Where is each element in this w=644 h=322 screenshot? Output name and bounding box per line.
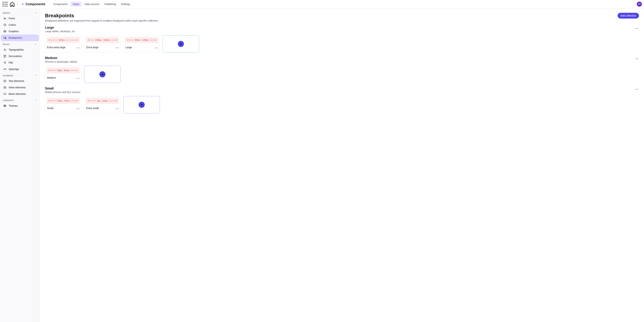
collection-small: SmallMobile phones and tiny screens576px… — [45, 86, 639, 114]
decorations-icon — [3, 54, 6, 58]
home-icon[interactable] — [9, 1, 15, 7]
card-footer: Small — [45, 105, 81, 112]
breakpoint-card[interactable]: 992px - 1199pxLarge — [124, 35, 160, 52]
breakpoint-name: Extra extra large — [47, 46, 66, 49]
card-list: 576px - 767pxSmall0px - 575pxExtra small — [45, 96, 639, 114]
card-footer: Extra small — [84, 105, 120, 112]
range-text: 992px - 1199px — [135, 39, 148, 41]
card-more-icon[interactable] — [116, 107, 118, 110]
collection-title: Large — [45, 26, 75, 30]
apps-icon[interactable] — [2, 1, 8, 7]
breakpoint-name: Small — [47, 107, 53, 110]
breakpoint-card[interactable]: 768px - 991pxMedium — [45, 66, 81, 83]
page-description: Breakpoint definitions are organized fro… — [45, 19, 158, 22]
sidebar-item-text-elements[interactable]: Text elements — [1, 78, 39, 84]
sidebar-item-label: Block elements — [9, 92, 26, 96]
collection-more-icon[interactable] — [635, 56, 639, 60]
collection-more-icon[interactable] — [635, 86, 639, 91]
fonts-icon — [3, 17, 6, 20]
sidebar-item-block-elements[interactable]: Block elements — [1, 91, 39, 97]
sidebar-section-basics[interactable]: BASICS — [1, 10, 39, 15]
tab-settings[interactable]: Settings — [119, 2, 132, 7]
collection-title: Medium — [45, 56, 77, 60]
sidebar-item-label: Typographies — [9, 48, 24, 51]
range-text: 0px - 575px — [97, 100, 108, 102]
sidebar-item-label: Graphics — [9, 30, 19, 33]
breakpoint-name: Medium — [47, 76, 56, 79]
text-elements-icon — [3, 80, 6, 82]
card-preview: 768px - 991px — [45, 66, 81, 75]
arrow-right-icon — [150, 40, 156, 40]
section-label: BASICS — [3, 12, 10, 14]
card-footer: Large — [124, 44, 160, 50]
range-text: 576px - 767px — [57, 100, 70, 102]
card-preview: 0px - 575px — [84, 96, 120, 105]
plus-icon — [99, 71, 106, 78]
arrow-left-icon — [48, 40, 57, 40]
sidebar-item-label: Fonts — [9, 17, 15, 20]
card-more-icon[interactable] — [155, 46, 158, 49]
collection-large: LargeLarge tables, desktops, tvs1401px -… — [45, 26, 639, 52]
typographies-icon — [3, 48, 6, 51]
sidebar-section-rules[interactable]: RULES — [1, 41, 39, 46]
add-breakpoint-button[interactable] — [163, 35, 199, 52]
tab-components[interactable]: Components — [51, 2, 70, 7]
card-preview: 576px - 767px — [45, 96, 81, 105]
card-more-icon[interactable] — [76, 76, 80, 79]
avatar[interactable]: TT — [637, 2, 642, 7]
card-preview: 1401px - ∞ — [45, 36, 81, 44]
range-text: 1200px - 1400px — [95, 39, 110, 41]
sidebar-item-themes[interactable]: Themes — [1, 103, 39, 109]
sidebar-item-breakpoints[interactable]: Breakpoints — [1, 35, 39, 41]
sidebar-item-decorations[interactable]: Decorations — [1, 53, 39, 59]
tab-publishing[interactable]: Publishing — [102, 2, 118, 7]
sidebar-item-inline-elements[interactable]: Inline elements — [1, 84, 39, 90]
breakpoint-card[interactable]: 1401px - ∞Extra extra large — [45, 35, 81, 52]
sidebar-section-concepts[interactable]: CONCEPTS — [1, 97, 39, 102]
tab-styles[interactable]: Styles — [70, 2, 82, 7]
breakpoint-name: Large — [126, 46, 132, 49]
spacings-icon — [3, 68, 6, 71]
sidebar-item-label: Spacings — [9, 68, 19, 70]
range-text: 1401px - ∞ — [58, 39, 68, 41]
brand-logo-icon — [21, 3, 24, 6]
range-strip: 992px - 1199px — [125, 37, 158, 43]
main-content: Breakpoints Breakpoint definitions are o… — [40, 8, 644, 322]
breakpoints-icon — [3, 36, 6, 40]
sidebar-item-graphics[interactable]: Graphics — [1, 28, 39, 34]
block-elements-icon — [3, 92, 6, 96]
sidebar-item-label: Breakpoints — [9, 36, 22, 39]
sidebar-item-label: Fills — [9, 61, 13, 64]
card-more-icon[interactable] — [76, 107, 80, 110]
brand-name: Components — [26, 2, 45, 6]
sidebar-item-colors[interactable]: Colors — [1, 22, 39, 28]
section-label: RULES — [3, 44, 9, 45]
plus-icon — [178, 41, 184, 47]
range-text: 768px - 991px — [57, 69, 70, 72]
card-preview: 992px - 1199px — [124, 36, 160, 44]
chevron-right-icon — [16, 3, 19, 6]
card-list: 1401px - ∞Extra extra large1200px - 1400… — [45, 35, 639, 52]
breakpoint-card[interactable]: 576px - 767pxSmall — [45, 96, 81, 114]
sidebar-item-fills[interactable]: Fills — [1, 60, 39, 66]
card-more-icon[interactable] — [76, 46, 80, 49]
tab-data-sources[interactable]: Data sources — [82, 2, 102, 7]
card-list: 768px - 991pxMedium — [45, 66, 639, 83]
sidebar-item-typographies[interactable]: Typographies — [1, 46, 39, 53]
sidebar-item-label: Text elements — [9, 80, 24, 82]
card-more-icon[interactable] — [116, 46, 118, 49]
add-breakpoint-button[interactable] — [124, 96, 160, 114]
collection-more-icon[interactable] — [635, 26, 639, 30]
breakpoint-card[interactable]: 1200px - 1400pxExtra large — [84, 35, 120, 52]
collection-description: Mobile phones and tiny screens — [45, 91, 80, 94]
sidebar-section-elements[interactable]: ELEMENTS — [1, 72, 39, 78]
sidebar-item-fonts[interactable]: Fonts — [1, 15, 39, 22]
sidebar-item-label: Themes — [9, 104, 18, 107]
sidebar-item-spacings[interactable]: Spacings — [1, 66, 39, 72]
breakpoint-card[interactable]: 0px - 575pxExtra small — [84, 96, 120, 114]
add-collection-button[interactable]: Add collection — [618, 13, 639, 18]
nav-tabs: ComponentsStylesData sourcesPublishingSe… — [51, 2, 132, 7]
chevron-up-icon — [35, 43, 37, 46]
brand[interactable]: Components — [21, 2, 45, 6]
add-breakpoint-button[interactable] — [84, 66, 120, 83]
